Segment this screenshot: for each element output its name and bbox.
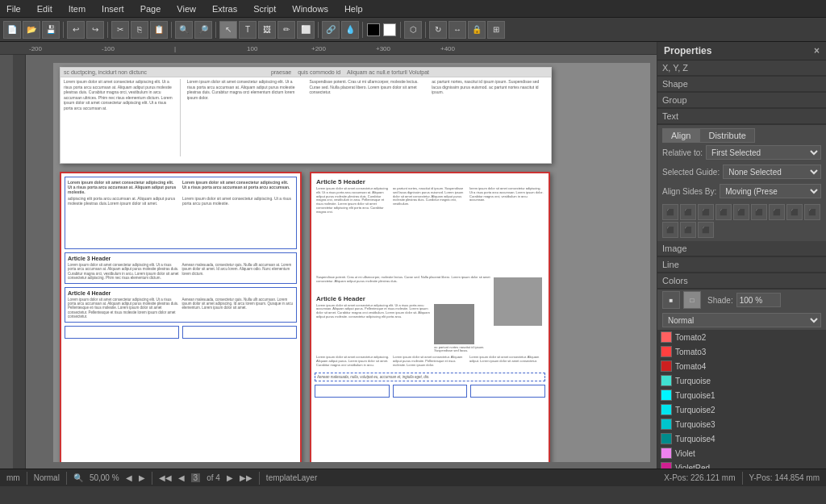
align-bottom-button[interactable]: ⬛	[751, 204, 767, 220]
zoom-out-button[interactable]: 🔎	[194, 21, 212, 39]
article6-image	[434, 304, 474, 344]
menu-page[interactable]: Page	[137, 2, 165, 15]
open-button[interactable]: 📂	[23, 21, 40, 39]
flip-tool[interactable]: ↔	[448, 21, 466, 39]
menu-item[interactable]: Item	[65, 2, 89, 15]
align-extra2-button[interactable]: ⬛	[786, 204, 803, 220]
toolbar-separator-7	[400, 22, 401, 38]
copy-button[interactable]: ⎘	[131, 21, 148, 39]
menu-file[interactable]: File	[3, 2, 24, 15]
menu-script[interactable]: Script	[250, 2, 279, 15]
cut-button[interactable]: ✂	[111, 21, 129, 39]
tab-distribute[interactable]: Distribute	[699, 128, 754, 143]
stroke-color-button[interactable]: □	[683, 291, 701, 309]
line-section-label[interactable]: Line	[657, 257, 826, 273]
link-tool[interactable]: 🔗	[322, 21, 340, 39]
color-name: VioletRed	[675, 464, 823, 469]
color-list-item[interactable]: Tomato3	[657, 344, 826, 359]
canvas-scroll[interactable]: sc ductpcing, incidurt non dictunc praes…	[13, 55, 657, 469]
align-extra5-button[interactable]: ⬛	[680, 222, 696, 238]
color-list-item[interactable]: Violet	[657, 446, 826, 460]
shade-input[interactable]	[736, 293, 781, 307]
ruler-horizontal: -200 -100 | 100 +200 +300 +400	[0, 42, 657, 55]
select-tool[interactable]: ↖	[219, 21, 237, 39]
xyz-section-label[interactable]: X, Y, Z	[657, 60, 826, 76]
zoom-in-button[interactable]: 🔍	[175, 21, 193, 39]
toolbar-separator-4	[215, 22, 216, 38]
colors-section-label[interactable]: Colors	[657, 273, 826, 289]
status-sep-3	[152, 472, 152, 485]
align-left-button[interactable]: ⬛	[662, 204, 678, 220]
color-list: Tomato2Tomato3Tomato4TurquoiseTurquoise1…	[657, 330, 826, 469]
menu-edit[interactable]: Edit	[34, 2, 56, 15]
stroke-color[interactable]	[383, 23, 396, 36]
selected-guide-select[interactable]: None Selected	[723, 165, 821, 179]
image-tool[interactable]: 🖼	[258, 21, 276, 39]
align-center-v-button[interactable]: ⬛	[733, 204, 749, 220]
color-swatch	[661, 331, 672, 343]
align-sides-select[interactable]: Moving (Prese	[720, 184, 821, 198]
status-sep-2	[66, 472, 67, 485]
color-list-item[interactable]: Tomato2	[657, 330, 826, 344]
color-list-item[interactable]: Turquoise	[657, 373, 826, 388]
color-list-item[interactable]: Turquoise3	[657, 417, 826, 431]
rotate-tool[interactable]: ↻	[429, 21, 447, 39]
shape-section-label[interactable]: Shape	[657, 77, 826, 92]
group-section-label[interactable]: Group	[657, 93, 826, 108]
eyedrop-tool[interactable]: 💧	[341, 21, 359, 39]
color-list-item[interactable]: VioletRed	[657, 460, 826, 469]
relative-to-select[interactable]: First Selected Last Selected Page Margin…	[706, 145, 821, 160]
color-name: Tomato4	[675, 362, 823, 371]
canvas-area[interactable]: -200 -100 | 100 +200 +300 +400 sc ductpc…	[0, 42, 657, 469]
color-list-item[interactable]: Turquoise4	[657, 431, 826, 446]
panel-section-image: Image	[657, 241, 826, 257]
lock-tool[interactable]: 🔒	[468, 21, 486, 39]
color-list-item[interactable]: Tomato4	[657, 359, 826, 373]
align-extra4-button[interactable]: ⬛	[662, 222, 678, 238]
panel-section-text: Text	[657, 109, 826, 125]
zoom-icon[interactable]: 🔍	[73, 473, 83, 482]
polygon-tool[interactable]: ⬡	[404, 21, 422, 39]
undo-button[interactable]: ↩	[67, 21, 85, 39]
new-button[interactable]: 📄	[3, 21, 21, 39]
blend-mode-select[interactable]: Normal Multiply Screen Overlay	[662, 313, 821, 327]
color-list-item[interactable]: Turquoise2	[657, 402, 826, 417]
panel-close-button[interactable]: ×	[814, 45, 820, 56]
image-section-label[interactable]: Image	[657, 241, 826, 256]
fill-color[interactable]	[367, 23, 380, 36]
menu-help[interactable]: Help	[341, 2, 366, 15]
group-tool[interactable]: ⊞	[487, 21, 505, 39]
align-center-h-button[interactable]: ⬛	[680, 204, 696, 220]
align-extra3-button[interactable]: ⬛	[804, 204, 820, 220]
redo-button[interactable]: ↪	[86, 21, 104, 39]
status-sep-5	[742, 472, 743, 485]
align-right-button[interactable]: ⬛	[698, 204, 714, 220]
xpos-label: X-Pos: 226.121 mm	[664, 473, 735, 482]
align-top-button[interactable]: ⬛	[715, 204, 732, 220]
menu-extras[interactable]: Extras	[209, 2, 240, 15]
align-extra1-button[interactable]: ⬛	[769, 204, 785, 220]
zoom-increase[interactable]: ▶	[139, 473, 145, 482]
color-swatch	[661, 462, 672, 469]
page-current[interactable]: 3	[191, 473, 201, 482]
text-tool[interactable]: T	[239, 21, 257, 39]
relative-to-label: Relative to:	[662, 148, 703, 157]
page-forward[interactable]: ▶	[227, 473, 233, 482]
fill-color-button[interactable]: ■	[662, 291, 680, 309]
menu-view[interactable]: View	[173, 2, 199, 15]
page-back[interactable]: ◀	[178, 473, 185, 482]
doc-page-1: sc ductpcing, incidurt non dictunc praes…	[60, 67, 552, 164]
page-next[interactable]: ▶▶	[240, 473, 252, 482]
tab-align[interactable]: Align	[662, 128, 699, 143]
menu-insert[interactable]: Insert	[98, 2, 127, 15]
draw-tool[interactable]: ✏	[277, 21, 295, 39]
text-section-label[interactable]: Text	[657, 109, 826, 124]
save-button[interactable]: 💾	[42, 21, 60, 39]
align-extra6-button[interactable]: ⬛	[698, 222, 714, 238]
menu-windows[interactable]: Windows	[289, 2, 332, 15]
paste-button[interactable]: 📋	[150, 21, 168, 39]
shape-tool[interactable]: ⬜	[297, 21, 315, 39]
page-prev[interactable]: ◀◀	[159, 473, 172, 482]
zoom-decrease[interactable]: ◀	[126, 473, 132, 482]
color-list-item[interactable]: Turquoise1	[657, 388, 826, 402]
